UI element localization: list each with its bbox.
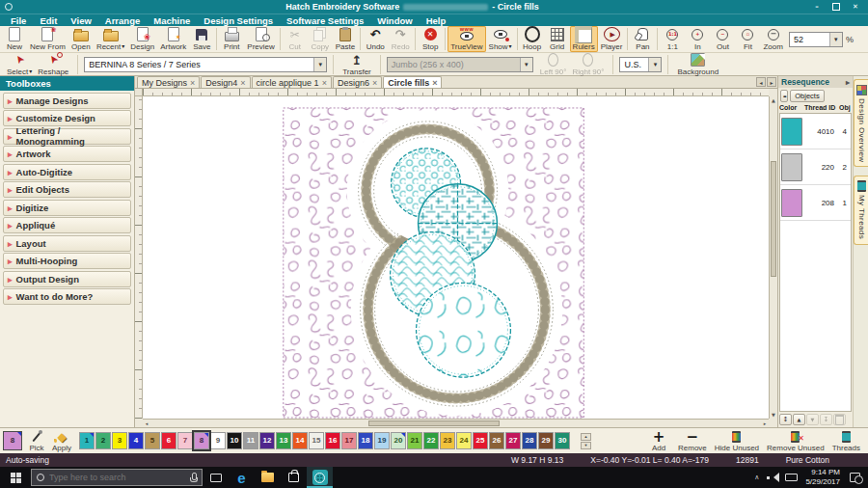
document-tab[interactable]: Design6 — [333, 76, 382, 88]
toolbar-button[interactable]: Show — [486, 26, 515, 52]
close-tab-icon[interactable] — [432, 78, 437, 88]
hatch-app-button[interactable] — [307, 467, 333, 488]
toolbar-button[interactable]: Recent — [94, 26, 127, 52]
toolbar-button[interactable]: Remove Unused — [764, 428, 827, 453]
scroll-tabs-right-icon[interactable] — [767, 77, 776, 87]
vertical-scrollbar[interactable]: ▲ ▼ — [769, 96, 777, 419]
thread-row[interactable]: 208 1 — [780, 185, 851, 221]
toolbar-button[interactable]: Preview — [244, 26, 277, 52]
close-tab-icon[interactable] — [372, 78, 377, 88]
toolbox-item[interactable]: Auto-Digitize — [3, 164, 131, 180]
toolbar-button[interactable]: Right 90° — [569, 52, 607, 77]
task-view-button[interactable] — [203, 467, 229, 488]
toolbox-item[interactable]: Layout — [3, 235, 131, 252]
menu-item[interactable]: Edit — [33, 15, 64, 26]
toolbar-button[interactable]: Rulers — [570, 26, 598, 52]
toolbox-item[interactable]: Manage Designs — [3, 93, 131, 109]
machine-select[interactable]: BERNINA 8 Series / 7 Series — [84, 57, 327, 72]
toolbar-button[interactable]: Player — [598, 26, 626, 52]
toolbar-button[interactable]: Out — [710, 26, 735, 52]
menu-item[interactable]: Machine — [147, 15, 197, 26]
toolbox-item[interactable]: Multi-Hooping — [3, 253, 131, 269]
palette-swatch[interactable]: 3 — [112, 432, 127, 449]
palette-swatch[interactable]: 9 — [210, 432, 226, 449]
resequence-tool-button[interactable] — [833, 414, 846, 425]
vertical-scroll-thumb[interactable] — [771, 161, 776, 277]
palette-swatch[interactable]: 30 — [555, 432, 570, 449]
taskbar-clock[interactable]: 9:14 PM 5/29/2017 — [805, 468, 840, 488]
toolbar-button[interactable]: New — [2, 26, 27, 52]
toolbox-item[interactable]: Customize Design — [3, 110, 131, 126]
toolbox-item[interactable]: Edit Objects — [3, 181, 131, 198]
palette-swatch[interactable]: 18 — [358, 432, 373, 449]
thread-row[interactable]: 220 2 — [780, 149, 851, 185]
maximize-button[interactable] — [831, 2, 841, 12]
file-explorer-button[interactable] — [255, 467, 281, 488]
search-input[interactable] — [49, 473, 185, 482]
toolbar-button[interactable]: Undo — [363, 26, 388, 52]
palette-swatch[interactable]: 2 — [95, 432, 111, 449]
palette-swatch[interactable]: 14 — [292, 432, 308, 449]
zoom-level-select[interactable]: 52 — [789, 32, 843, 47]
palette-swatch[interactable]: 19 — [374, 432, 390, 449]
notification-center-icon[interactable] — [850, 473, 860, 482]
start-button[interactable] — [0, 467, 31, 488]
palette-swatch[interactable]: 17 — [341, 432, 357, 449]
thread-row[interactable]: 4010 4 — [780, 114, 851, 149]
current-color-chip[interactable]: 8 — [3, 431, 22, 450]
palette-swatch[interactable]: 7 — [177, 432, 193, 449]
toolbar-button[interactable]: Stop — [418, 26, 443, 52]
toolbar-button[interactable]: Apply — [49, 428, 74, 453]
chevron-down-icon[interactable] — [829, 33, 842, 46]
toolbar-button[interactable]: Paste — [333, 26, 358, 52]
units-select[interactable]: U.S. — [619, 57, 662, 72]
toolbar-button[interactable]: Threads — [829, 428, 863, 453]
toolbar-button[interactable]: Pick — [24, 428, 49, 453]
thread-color-swatch[interactable] — [781, 153, 802, 181]
taskbar-search[interactable] — [31, 469, 203, 486]
toolbar-button[interactable]: Cut — [283, 26, 308, 52]
toolbox-item[interactable]: Output Design — [3, 271, 131, 287]
scroll-down-icon[interactable]: ▼ — [770, 411, 777, 419]
toolbar-button[interactable]: Zoom — [760, 26, 785, 52]
toolbox-item[interactable]: Digitize — [3, 200, 131, 216]
design-canvas[interactable] — [143, 96, 769, 419]
toolbar-button[interactable]: Remove — [675, 428, 710, 453]
palette-swatch[interactable]: 28 — [522, 432, 537, 449]
chevron-down-icon[interactable] — [648, 58, 661, 71]
toolbox-item[interactable]: Lettering / Monogramming — [3, 128, 131, 145]
toolbar-button[interactable]: Redo — [388, 26, 413, 52]
microphone-icon[interactable] — [190, 473, 197, 482]
toolbar-button[interactable]: Artwork — [157, 26, 189, 52]
palette-swatch[interactable]: 4 — [128, 432, 144, 449]
palette-swatch[interactable]: 5 — [145, 432, 160, 449]
document-tab[interactable]: Circle fills — [383, 76, 442, 88]
palette-swatch[interactable]: 26 — [489, 432, 504, 449]
horizontal-scroll-thumb[interactable] — [368, 420, 500, 426]
toolbar-button[interactable]: Hide Unused — [712, 428, 762, 453]
menu-item[interactable]: File — [4, 15, 33, 26]
toolbar-button[interactable]: Transfer — [339, 52, 374, 77]
palette-swatch[interactable]: 24 — [456, 432, 472, 449]
resequence-tool-button[interactable] — [820, 414, 832, 425]
palette-swatch[interactable]: 11 — [243, 432, 258, 449]
toolbar-button[interactable]: Grid — [545, 26, 570, 52]
toolbox-item[interactable]: Want to do More? — [3, 288, 131, 305]
store-button[interactable] — [281, 467, 307, 488]
toolbar-button[interactable]: Pan — [630, 26, 655, 52]
close-tab-icon[interactable] — [240, 78, 245, 88]
menu-item[interactable]: Design Settings — [197, 15, 280, 26]
scroll-tabs-left-icon[interactable] — [756, 77, 766, 87]
palette-swatch[interactable]: 21 — [407, 432, 422, 449]
toolbox-item[interactable]: Appliqué — [3, 217, 131, 233]
spinner-up-icon[interactable] — [581, 433, 591, 441]
palette-swatch[interactable]: 20 — [391, 432, 406, 449]
palette-swatch[interactable]: 29 — [538, 432, 554, 449]
toolbar-button[interactable]: Design — [127, 26, 157, 52]
scroll-right-icon[interactable]: ▸ — [761, 420, 769, 427]
toolbar-button[interactable]: Select — [4, 51, 35, 77]
panel-pin-icon[interactable] — [846, 77, 850, 87]
toolbar-button[interactable]: Reshape — [35, 51, 71, 77]
color-film-button[interactable] — [780, 90, 788, 102]
close-tab-icon[interactable] — [322, 78, 327, 88]
